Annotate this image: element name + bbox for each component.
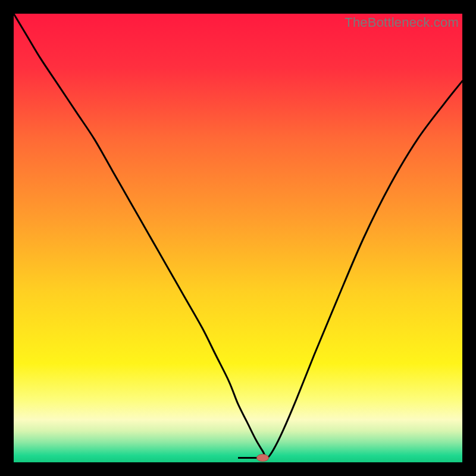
bottleneck-chart	[14, 14, 462, 462]
optimal-point-marker	[256, 454, 268, 461]
gradient-background	[14, 14, 462, 462]
chart-frame: TheBottleneck.com	[14, 14, 462, 462]
watermark-label: TheBottleneck.com	[345, 15, 459, 30]
